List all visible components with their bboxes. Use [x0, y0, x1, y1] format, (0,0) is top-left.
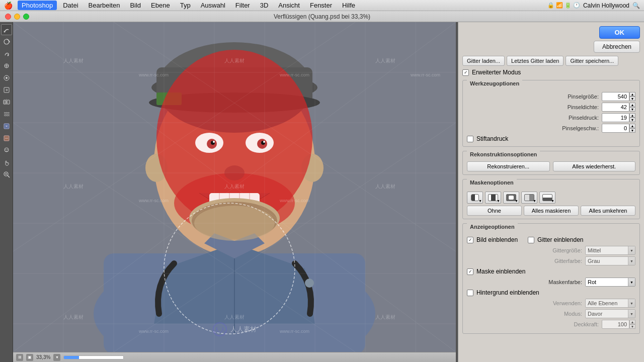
- gitter-row: Gitter laden... Letztes Gitter laden Git…: [462, 56, 640, 66]
- tool-thaw[interactable]: [1, 133, 12, 144]
- mask-icon-btn-1[interactable]: ▼: [467, 192, 483, 204]
- menu-photoshop[interactable]: Photoshop: [18, 1, 57, 10]
- apple-menu-icon[interactable]: 🍎: [4, 2, 13, 10]
- hintergrund-einblenden-checkbox[interactable]: [467, 290, 473, 296]
- gitter-einblenden-checkbox[interactable]: [528, 237, 534, 243]
- close-button[interactable]: [5, 14, 11, 20]
- tool-push-left[interactable]: [1, 84, 12, 96]
- tool-zoom[interactable]: [1, 169, 12, 180]
- letztes-gitter-button[interactable]: Letztes Gitter laden: [507, 56, 564, 66]
- photo-background: 人人素材 人人素材 人人素材 www.rr-sc.com www.rr-sc.c…: [13, 22, 456, 352]
- ok-button[interactable]: OK: [599, 26, 640, 39]
- cancel-button[interactable]: Abbrechen: [594, 41, 640, 53]
- bild-einblenden-checkbox[interactable]: [467, 237, 473, 243]
- deckkraft-input[interactable]: [602, 320, 629, 329]
- tool-pucker[interactable]: [1, 60, 12, 71]
- gittergroesse-arrow[interactable]: ▼: [628, 246, 635, 254]
- alles-umkehren-button[interactable]: Alles umkehren: [581, 206, 635, 216]
- gitter-speichern-button[interactable]: Gitter speichern...: [566, 56, 618, 66]
- tool-hand[interactable]: [1, 157, 12, 168]
- pinseldichte-input[interactable]: [602, 103, 629, 112]
- maximize-button[interactable]: [23, 14, 29, 20]
- menu-hilfe[interactable]: Hilfe: [338, 1, 359, 10]
- maskenfarbe-dropdown[interactable]: Rot ▼: [585, 278, 635, 287]
- pinseldruck-input[interactable]: [602, 113, 629, 122]
- menu-datei[interactable]: Datei: [59, 1, 82, 10]
- deckkraft-down[interactable]: ▼: [629, 324, 635, 329]
- werkzeugoptionen-content: Pinselgröße: ▲ ▼ Pinseldichte:: [463, 88, 639, 146]
- pinselgroesse-down[interactable]: ▼: [629, 97, 635, 101]
- gittergroesse-dropdown[interactable]: Mittel ▼: [585, 246, 635, 255]
- erweiterter-modus-checkbox[interactable]: [462, 69, 469, 76]
- menu-bild[interactable]: Bild: [126, 1, 145, 10]
- window-controls: [5, 14, 29, 20]
- maskenfarbe-arrow[interactable]: ▼: [628, 278, 635, 286]
- pinseldichte-down[interactable]: ▼: [629, 107, 635, 112]
- tool-turbulence[interactable]: [1, 109, 12, 120]
- pinselgroesse-up[interactable]: ▲: [629, 92, 635, 97]
- menu-auswahl[interactable]: Auswahl: [197, 1, 229, 10]
- maskenoptionen-content: ▼ ▼ ▼: [463, 188, 639, 219]
- minimize-button[interactable]: [14, 14, 20, 20]
- pinseldruck-down[interactable]: ▼: [629, 118, 635, 122]
- maskenfarbe-row: Maskenfarbe: Rot ▼: [467, 278, 635, 287]
- rekonstruieren-button[interactable]: Rekonstruieren...: [467, 161, 550, 171]
- mask-btns-row: Ohne Alles maskieren Alles umkehren: [467, 206, 635, 216]
- tool-warp[interactable]: [1, 24, 12, 35]
- gittergroesse-label: Gittergröße:: [552, 247, 582, 253]
- tool-mirror[interactable]: [1, 97, 12, 108]
- mask-icon-btn-2[interactable]: ▼: [485, 192, 501, 204]
- menu-ebene[interactable]: Ebene: [147, 1, 174, 10]
- deckkraft-label: Deckkraft:: [548, 321, 599, 327]
- gitter-laden-button[interactable]: Gitter laden...: [462, 56, 505, 66]
- pinselgeschw-up[interactable]: ▲: [629, 124, 635, 128]
- tool-reconstruct[interactable]: [1, 36, 12, 47]
- left-toolbar: [0, 22, 13, 362]
- mask-icon-btn-3[interactable]: ▼: [503, 192, 519, 204]
- verwenden-arrow[interactable]: ▼: [628, 299, 635, 307]
- pinseldichte-up[interactable]: ▲: [629, 103, 635, 107]
- canvas-image[interactable]: 人人素材 人人素材 人人素材 www.rr-sc.com www.rr-sc.c…: [13, 22, 456, 352]
- menu-3d[interactable]: 3D: [256, 1, 273, 10]
- alles-wiederherstellen-button[interactable]: Alles wiederherst.: [553, 161, 636, 171]
- watermark-logo: 人人 人人素材: [212, 322, 257, 337]
- mask-icon-btn-5[interactable]: ▼: [539, 192, 555, 204]
- gitterfarbe-row: Gitterfarbe: Grau ▼: [467, 256, 635, 265]
- modus-arrow[interactable]: ▼: [628, 310, 635, 318]
- zoom-expand-icon[interactable]: ▼: [53, 354, 60, 361]
- anzeigeoptionen-title: Anzeigeoptionen: [467, 222, 518, 231]
- pinselgeschw-input[interactable]: [602, 124, 629, 133]
- canvas-view-icon[interactable]: ▣: [26, 354, 33, 361]
- tool-twirl-right[interactable]: [1, 48, 12, 59]
- modus-label: Modus:: [564, 311, 582, 317]
- tool-freeze[interactable]: [1, 121, 12, 132]
- pinselgeschw-down[interactable]: ▼: [629, 128, 635, 133]
- pinseldruck-up[interactable]: ▲: [629, 113, 635, 118]
- tool-face[interactable]: [1, 145, 12, 156]
- canvas-info-icon[interactable]: ⊞: [16, 354, 23, 361]
- svg-rect-9: [4, 100, 6, 104]
- modus-dropdown[interactable]: Davor ▼: [585, 309, 635, 318]
- mask-icon-btn-4[interactable]: ▼: [521, 192, 537, 204]
- verwenden-dropdown[interactable]: Alle Ebenen ▼: [585, 299, 635, 308]
- alles-maskieren-button[interactable]: Alles maskieren: [524, 206, 579, 216]
- menu-ansicht[interactable]: Ansicht: [274, 1, 304, 10]
- pinselgroesse-input[interactable]: [602, 92, 629, 101]
- deckkraft-up[interactable]: ▲: [629, 320, 635, 324]
- bild-gitter-row: Bild einblenden Gitter einblenden: [467, 235, 635, 244]
- gitterfarbe-arrow[interactable]: ▼: [628, 257, 635, 265]
- ohne-button[interactable]: Ohne: [467, 206, 522, 216]
- menu-bearbeiten[interactable]: Bearbeiten: [85, 1, 124, 10]
- menu-typ[interactable]: Typ: [176, 1, 195, 10]
- tool-bloat[interactable]: [1, 72, 12, 83]
- menu-filter[interactable]: Filter: [231, 1, 254, 10]
- stiftandruck-label: Stiftandruck: [476, 135, 508, 142]
- maske-einblenden-checkbox[interactable]: [467, 268, 473, 275]
- maske-einblenden-label: Maske einblenden: [476, 268, 525, 275]
- search-icon[interactable]: 🔍: [632, 2, 640, 9]
- deckkraft-input-group: ▲ ▼: [602, 320, 635, 329]
- menu-fenster[interactable]: Fenster: [306, 1, 336, 10]
- stiftandruck-checkbox[interactable]: [467, 136, 473, 142]
- gitterfarbe-dropdown[interactable]: Grau ▼: [585, 256, 635, 265]
- mask-icons-row: ▼ ▼ ▼: [467, 192, 635, 204]
